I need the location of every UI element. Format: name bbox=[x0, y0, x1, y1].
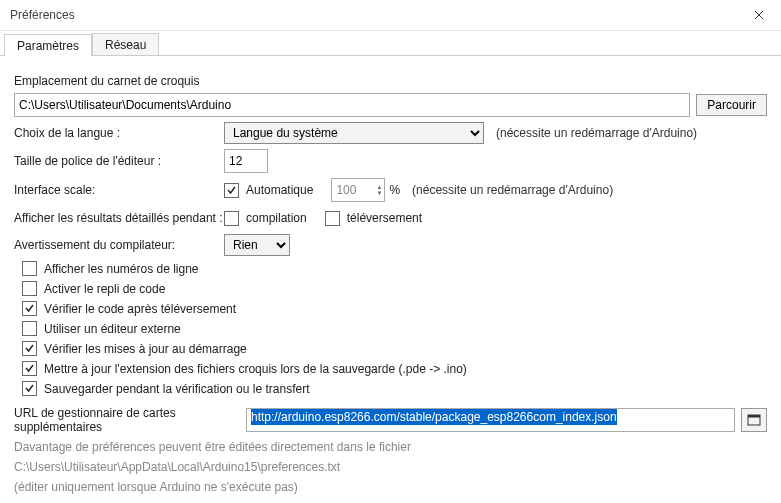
boards-url-label: URL de gestionnaire de cartes supplément… bbox=[14, 406, 246, 434]
scale-label: Interface scale: bbox=[14, 183, 224, 197]
check-updates-label: Vérifier les mises à jour au démarrage bbox=[44, 342, 247, 356]
language-label: Choix de la langue : bbox=[14, 126, 224, 140]
footer-line1: Davantage de préférences peuvent être éd… bbox=[14, 440, 767, 454]
scale-auto-label: Automatique bbox=[246, 183, 313, 197]
verbose-upload-label: téléversement bbox=[347, 211, 422, 225]
language-note: (nécessite un redémarrage d'Arduino) bbox=[496, 126, 697, 140]
tab-bar: Paramètres Réseau bbox=[0, 31, 781, 56]
save-verify-checkbox[interactable] bbox=[22, 381, 37, 396]
footer-line2: C:\Users\Utilisateur\AppData\Local\Ardui… bbox=[14, 460, 767, 474]
settings-panel: Emplacement du carnet de croquis Parcour… bbox=[0, 56, 781, 503]
external-editor-checkbox[interactable] bbox=[22, 321, 37, 336]
window-icon bbox=[747, 414, 761, 426]
sketchbook-path-input[interactable] bbox=[14, 93, 690, 117]
verbose-upload-checkbox[interactable] bbox=[325, 211, 340, 226]
warnings-select[interactable]: Rien bbox=[224, 234, 290, 256]
check-updates-checkbox[interactable] bbox=[22, 341, 37, 356]
code-folding-label: Activer le repli de code bbox=[44, 282, 165, 296]
fontsize-label: Taille de police de l'éditeur : bbox=[14, 154, 224, 168]
close-button[interactable] bbox=[736, 0, 781, 30]
language-select[interactable]: Langue du système bbox=[224, 122, 484, 144]
code-folding-checkbox[interactable] bbox=[22, 281, 37, 296]
save-verify-label: Sauvegarder pendant la vérification ou l… bbox=[44, 382, 310, 396]
close-icon bbox=[754, 10, 764, 20]
external-editor-label: Utiliser un éditeur externe bbox=[44, 322, 181, 336]
scale-auto-checkbox[interactable] bbox=[224, 183, 239, 198]
verbose-label: Afficher les résultats détaillés pendant… bbox=[14, 211, 224, 225]
scale-suffix: % bbox=[389, 183, 400, 197]
tab-network[interactable]: Réseau bbox=[92, 33, 159, 55]
stepper-arrows-icon: ▲▼ bbox=[376, 184, 382, 196]
browse-button[interactable]: Parcourir bbox=[696, 94, 767, 116]
verbose-compile-checkbox[interactable] bbox=[224, 211, 239, 226]
window-title: Préférences bbox=[10, 8, 75, 22]
fontsize-input[interactable] bbox=[224, 149, 268, 173]
sketchbook-label: Emplacement du carnet de croquis bbox=[14, 74, 767, 88]
verify-after-upload-checkbox[interactable] bbox=[22, 301, 37, 316]
tab-settings[interactable]: Paramètres bbox=[4, 34, 92, 56]
update-ext-label: Mettre à jour l'extension des fichiers c… bbox=[44, 362, 467, 376]
footer-line3: (éditer uniquement lorsque Arduino ne s'… bbox=[14, 480, 767, 494]
warnings-label: Avertissement du compilateur: bbox=[14, 238, 224, 252]
line-numbers-label: Afficher les numéros de ligne bbox=[44, 262, 199, 276]
update-ext-checkbox[interactable] bbox=[22, 361, 37, 376]
scale-value-stepper[interactable]: 100 ▲▼ bbox=[331, 178, 385, 202]
verify-after-upload-label: Vérifier le code après téléversement bbox=[44, 302, 236, 316]
svg-rect-1 bbox=[748, 415, 760, 418]
scale-note: (nécessite un redémarrage d'Arduino) bbox=[412, 183, 613, 197]
titlebar: Préférences bbox=[0, 0, 781, 31]
boards-url-expand-button[interactable] bbox=[741, 408, 767, 432]
boards-url-input[interactable]: http://arduino.esp8266.com/stable/packag… bbox=[246, 408, 735, 432]
line-numbers-checkbox[interactable] bbox=[22, 261, 37, 276]
verbose-compile-label: compilation bbox=[246, 211, 307, 225]
